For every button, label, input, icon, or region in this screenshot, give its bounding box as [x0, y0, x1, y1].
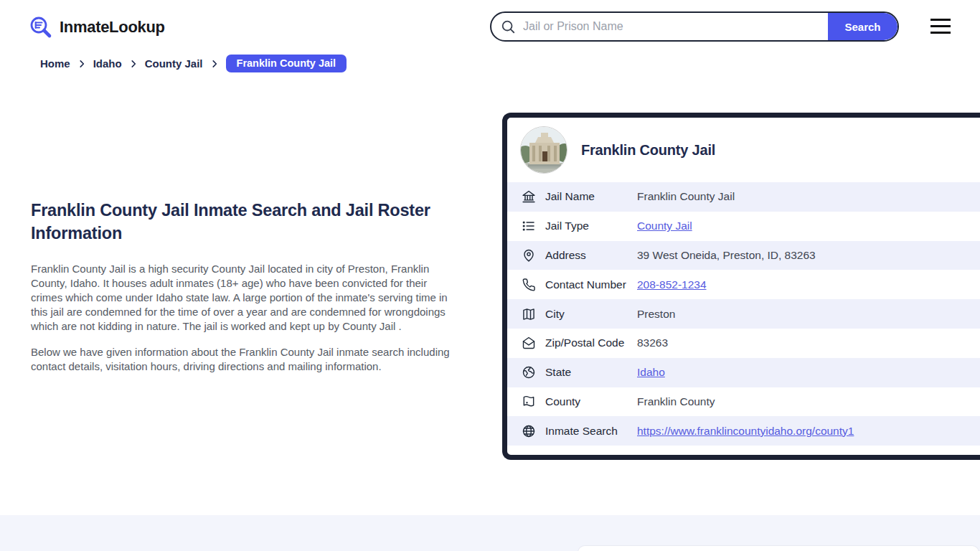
row-label: Inmate Search [545, 425, 637, 438]
jail-detail-row: Contact Number208-852-1234 [507, 270, 980, 299]
row-label: City [545, 308, 637, 321]
row-value-link[interactable]: Idaho [637, 366, 665, 379]
next-card-peek [578, 545, 979, 551]
row-value-link[interactable]: https://www.franklincountyidaho.org/coun… [637, 425, 854, 438]
phone-icon [522, 278, 536, 292]
breadcrumb-current-badge: Franklin County Jail [226, 55, 347, 72]
bottom-section [0, 515, 980, 551]
intro-paragraph: Franklin County Jail is a high security … [31, 262, 451, 334]
jail-detail-row: Address39 West Oneida, Preston, ID, 8326… [507, 241, 980, 270]
courthouse-photo [520, 126, 567, 174]
row-label: County [545, 395, 637, 408]
list-icon [522, 219, 536, 233]
row-label: Jail Type [545, 220, 637, 232]
breadcrumb-home[interactable]: Home [40, 57, 70, 70]
row-value-link[interactable]: County Jail [637, 220, 692, 232]
row-value: Franklin County Jail [637, 190, 735, 203]
map-icon [522, 307, 536, 321]
row-value-link[interactable]: 208-852-1234 [637, 278, 707, 291]
breadcrumb-idaho[interactable]: Idaho [93, 57, 122, 70]
jail-card-title: Franklin County Jail [581, 142, 715, 159]
flag-icon [522, 395, 536, 409]
jail-info-card: Franklin County Jail Jail NameFranklin C… [502, 113, 980, 460]
chevron-right-icon [77, 59, 87, 69]
breadcrumb: Home Idaho County Jail Franklin County J… [40, 55, 347, 72]
jail-details-table: Jail NameFranklin County JailJail TypeCo… [507, 182, 980, 446]
info-paragraph: Below we have given information about th… [31, 345, 451, 374]
row-label: Contact Number [545, 278, 637, 291]
search-button[interactable]: Search [828, 13, 897, 40]
map-pin-icon [522, 248, 536, 263]
bank-icon [522, 189, 536, 204]
row-value: Preston [637, 308, 675, 321]
row-value: Franklin County [637, 395, 715, 408]
page-title: Franklin County Jail Inmate Search and J… [31, 199, 451, 245]
jail-detail-row: StateIdaho [507, 358, 980, 387]
breadcrumb-county-jail[interactable]: County Jail [145, 57, 203, 70]
row-label: Address [545, 249, 637, 262]
magnifier-doc-icon [29, 15, 53, 39]
row-label: Jail Name [545, 190, 637, 203]
globe-americas-icon [522, 365, 536, 380]
row-value: 39 West Oneida, Preston, ID, 83263 [637, 249, 816, 262]
row-label: Zip/Postal Code [545, 336, 637, 349]
brand-logo[interactable]: InmateLookup [29, 15, 165, 39]
row-value: 83263 [637, 336, 668, 349]
brand-name: InmateLookup [60, 18, 165, 37]
jail-detail-row: CountyFranklin County [507, 387, 980, 417]
globe-icon [522, 424, 536, 438]
jail-detail-row: Zip/Postal Code83263 [507, 329, 980, 358]
chevron-right-icon [128, 59, 138, 69]
article: Franklin County Jail Inmate Search and J… [31, 199, 451, 385]
jail-detail-row: CityPreston [507, 299, 980, 329]
jail-card-header: Franklin County Jail [507, 118, 980, 182]
search-bar: Search [490, 11, 899, 42]
jail-detail-row: Inmate Searchhttps://www.franklincountyi… [507, 416, 980, 446]
row-label: State [545, 366, 637, 379]
search-icon [491, 13, 516, 40]
envelope-open-icon [522, 336, 536, 350]
jail-detail-row: Jail TypeCounty Jail [507, 212, 980, 241]
search-input[interactable] [516, 13, 828, 40]
chevron-right-icon [209, 59, 220, 69]
hamburger-menu-icon[interactable] [930, 19, 951, 34]
jail-detail-row: Jail NameFranklin County Jail [507, 182, 980, 212]
